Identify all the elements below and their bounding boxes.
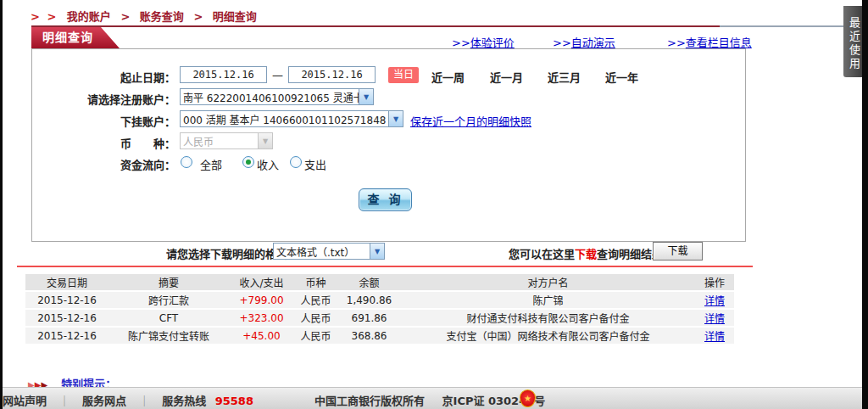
flow-income-label[interactable]: 收入 — [257, 156, 279, 172]
registered-account-label: 请选择注册账户： — [48, 91, 175, 107]
range-last-3-months-button[interactable]: 近三月 — [548, 69, 581, 85]
footer-separator: ｜ — [139, 395, 150, 407]
site-statement-link[interactable]: 网站声明 — [3, 395, 47, 407]
col-currency: 币种 — [294, 274, 337, 290]
cell-currency: 人民币 — [294, 328, 337, 344]
cell-currency: 人民币 — [294, 310, 337, 326]
date-range-label: 起止日期： — [48, 69, 175, 85]
flow-expense-radio[interactable] — [290, 156, 302, 168]
service-hotline-label: 服务热线 — [162, 395, 206, 407]
download-inline-link[interactable]: 下载 — [575, 248, 597, 261]
range-last-year-button[interactable]: 近一年 — [605, 69, 638, 85]
query-button[interactable]: 查 询 — [359, 188, 412, 211]
detail-link[interactable]: 详情 — [704, 331, 725, 343]
icbc-detail-query-page: > > 我的账户 > 账务查询 > 明细查询 明细查询 >>体验评价 >>自动演… — [0, 0, 868, 409]
footer-bar: 网站声明 ｜ 服务网点 ｜ 服务热线 95588 中国工商银行版权所有 京ICP… — [3, 387, 862, 409]
chevron-down-icon: ▼ — [370, 244, 384, 259]
cell-balance: 368.86 — [337, 328, 401, 344]
cell-amount: +323.00 — [229, 310, 294, 326]
download-hint: 您可以在这里下载查询明细结果 — [509, 245, 663, 261]
col-action: 操作 — [695, 274, 734, 290]
cell-amount: +799.00 — [229, 292, 294, 308]
link-arrow-icon: >> — [667, 36, 686, 49]
recently-used-tab[interactable]: 最近使用 — [843, 6, 862, 77]
chevron-down-icon: ▼ — [258, 133, 272, 148]
detail-link[interactable]: 详情 — [704, 295, 725, 307]
link-arrow-icon: >> — [553, 36, 571, 49]
breadcrumb-separator: > — [120, 10, 130, 23]
flow-all-label[interactable]: 全部 — [200, 156, 222, 172]
detail-link[interactable]: 详情 — [704, 313, 725, 325]
icbc-emblem-icon: ★ — [520, 389, 536, 407]
copyright-text: 中国工商银行版权所有 — [314, 395, 425, 407]
currency-select: 人民币 ▼ — [180, 132, 273, 149]
col-date: 交易日期 — [25, 274, 108, 290]
range-last-month-button[interactable]: 近一月 — [490, 69, 523, 85]
date-to-input[interactable]: 2015.12.16 — [288, 66, 376, 83]
sub-account-select[interactable]: 000 活期 基本户 1406600101102571848 ▼ — [180, 110, 403, 127]
header-divider — [31, 25, 860, 27]
table-row: 2015-12-16 跨行汇款 +799.00 人民币 1,490.86 陈广锦… — [25, 292, 734, 308]
chevron-down-icon: ▼ — [388, 111, 403, 126]
breadcrumb-separator: > — [193, 10, 203, 23]
footer-links: 网站声明 ｜ 服务网点 ｜ 服务热线 95588 — [3, 392, 253, 408]
chevron-down-icon: ▼ — [359, 89, 373, 104]
cell-counterparty: 陈广锦 — [401, 292, 695, 308]
hotline-number: 95588 — [215, 395, 253, 407]
table-header-row: 交易日期 摘要 收入/支出 币种 余额 对方户名 操作 — [25, 274, 734, 290]
tab-detail-query[interactable]: 明细查询 — [31, 27, 120, 48]
link-arrow-icon: >> — [452, 36, 470, 49]
window-right-edge — [862, 0, 868, 409]
today-button[interactable]: 当日 — [388, 67, 419, 83]
col-amount: 收入/支出 — [229, 274, 294, 290]
cell-date: 2015-12-16 — [25, 328, 108, 344]
cell-summary: 跨行汇款 — [108, 292, 229, 308]
table-row: 2015-12-16 陈广锦支付宝转账 +45.00 人民币 368.86 支付… — [25, 328, 734, 344]
download-button[interactable]: 下载 — [653, 242, 703, 261]
cell-currency: 人民币 — [294, 292, 337, 308]
flow-income-radio[interactable] — [242, 156, 254, 168]
download-format-label: 请您选择下载明细的格式 — [166, 245, 287, 261]
cell-balance: 691.86 — [337, 310, 401, 326]
table-row: 2015-12-16 CFT +323.00 人民币 691.86 财付通支付科… — [25, 310, 734, 326]
breadcrumb-detail-query[interactable]: 明细查询 — [213, 10, 257, 23]
date-range-dash: — — [272, 69, 283, 81]
service-branches-link[interactable]: 服务网点 — [82, 395, 126, 407]
col-summary: 摘要 — [108, 274, 229, 290]
download-format-select[interactable]: 文本格式（.txt） ▼ — [273, 243, 385, 260]
breadcrumb-account-query[interactable]: 账务查询 — [140, 10, 184, 23]
range-last-week-button[interactable]: 近一周 — [431, 69, 465, 85]
monthly-snapshot-link[interactable]: 保存近一个月的明细快照 — [410, 113, 531, 129]
currency-label: 币 种： — [48, 135, 175, 151]
cell-date: 2015-12-16 — [25, 292, 108, 308]
window-left-edge — [0, 0, 3, 409]
footer-separator: ｜ — [59, 395, 70, 407]
cell-counterparty: 支付宝（中国）网络技术有限公司客户备付金 — [401, 328, 695, 344]
footer-copyright: 中国工商银行版权所有 京ICP证 030247号 — [314, 392, 545, 408]
cell-summary: CFT — [108, 310, 229, 326]
sub-account-label: 下挂账户： — [48, 113, 175, 129]
section-divider — [17, 266, 753, 267]
flow-expense-label[interactable]: 支出 — [304, 156, 326, 172]
date-from-input[interactable]: 2015.12.16 — [180, 66, 267, 83]
cell-summary: 陈广锦支付宝转账 — [108, 328, 229, 344]
col-balance: 余额 — [337, 274, 401, 290]
cell-date: 2015-12-16 — [25, 310, 108, 326]
breadcrumb: > > 我的账户 > 账务查询 > 明细查询 — [31, 8, 257, 24]
transaction-table: 交易日期 摘要 收入/支出 币种 余额 对方户名 操作 2015-12-16 跨… — [25, 272, 734, 345]
registered-account-select[interactable]: 南平 6222001406100921065 灵通卡 ▼ — [180, 88, 374, 105]
breadcrumb-arrows-icon: > > — [31, 10, 58, 23]
col-counterparty: 对方户名 — [401, 274, 695, 290]
fund-flow-label: 资金流向： — [48, 156, 175, 172]
cell-balance: 1,490.86 — [337, 292, 401, 308]
cell-amount: +45.00 — [229, 328, 294, 344]
cell-counterparty: 财付通支付科技有限公司客户备付金 — [401, 310, 695, 326]
flow-all-radio[interactable] — [181, 156, 192, 168]
breadcrumb-my-account[interactable]: 我的账户 — [67, 10, 111, 23]
